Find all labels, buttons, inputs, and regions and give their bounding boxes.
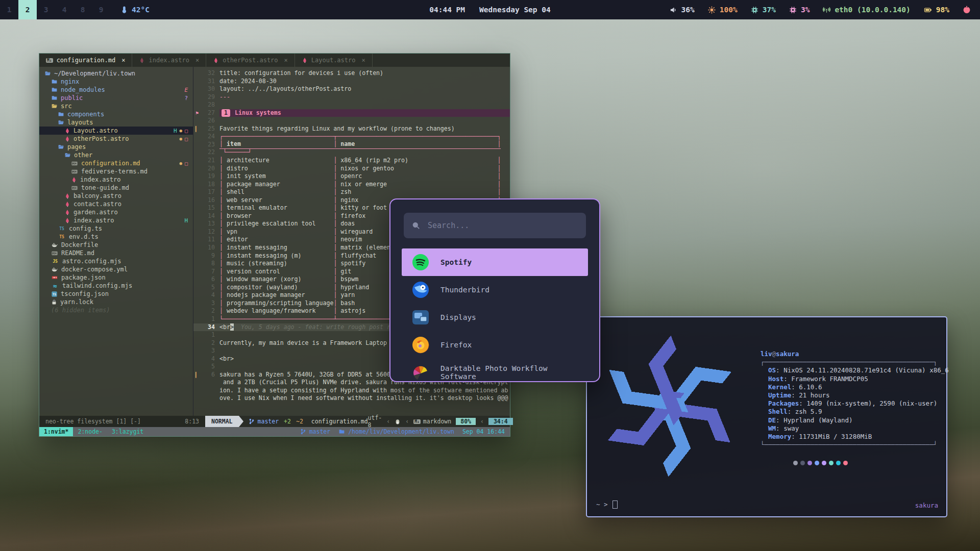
close-tab-icon[interactable]: × xyxy=(121,57,125,64)
palette-dot-6 xyxy=(836,461,841,465)
tree-item-configuration.md[interactable]: configuration.md●□ xyxy=(39,159,193,167)
tree-item-index.astro[interactable]: index.astro xyxy=(39,176,193,184)
tree-item-Dockerfile[interactable]: Dockerfile xyxy=(39,241,193,249)
tree-item-label: package.json xyxy=(61,274,106,281)
workspace-button-2[interactable]: 2 xyxy=(18,0,37,19)
md-icon xyxy=(71,185,78,191)
tree-item-tone-guide.md[interactable]: tone-guide.md xyxy=(39,184,193,192)
tree-item-otherPost.astro[interactable]: otherPost.astro●□ xyxy=(39,135,193,143)
tab-label: Layout.astro xyxy=(311,57,356,64)
tmux-session-3:lazygit[interactable]: 3:lazygit xyxy=(107,427,148,436)
tree-item-index.astro[interactable]: index.astroH xyxy=(39,216,193,224)
tab-index.astro[interactable]: index.astro× xyxy=(132,54,206,67)
tree-item-label: pages xyxy=(67,143,86,151)
search-input[interactable] xyxy=(427,220,578,231)
line-number: 8 xyxy=(201,260,219,268)
markdown-heading-line: ⚑271Linux systems xyxy=(193,109,510,117)
neotree-status-label: neo-tree filesystem [1] [-] xyxy=(45,418,141,425)
tab-label: index.astro xyxy=(149,57,189,64)
tree-item-docker-compose.yml[interactable]: docker-compose.yml xyxy=(39,265,193,273)
tree-item-layouts[interactable]: layouts xyxy=(39,118,193,127)
tree-item-pages[interactable]: pages xyxy=(39,143,193,151)
line-number: 31 xyxy=(201,78,219,86)
line-content: │ architecture │ x86_64 (rip m2 pro) │ xyxy=(219,157,501,165)
cpu-widget[interactable]: 37% xyxy=(751,6,776,14)
tmux-session-2:node-[interactable]: 2:node- xyxy=(73,427,107,436)
clock[interactable]: 04:44 PM Wednesday Sep 04 xyxy=(429,6,551,14)
workspace-button-8[interactable]: 8 xyxy=(74,0,92,19)
launcher-search-box[interactable] xyxy=(404,213,586,238)
launcher-item-Spotify[interactable]: Spotify xyxy=(402,248,588,276)
launcher-item-Firefox[interactable]: Firefox xyxy=(402,331,588,359)
tree-item-public[interactable]: public? xyxy=(39,94,193,102)
mode-indicator: NORMAL xyxy=(205,416,239,427)
tree-item-src[interactable]: src xyxy=(39,102,193,110)
tree-item-yarn.lock[interactable]: yarn.lock xyxy=(39,298,193,306)
tree-item-astro.config.mjs[interactable]: JSastro.config.mjs xyxy=(39,257,193,265)
tab-Layout.astro[interactable]: Layout.astro× xyxy=(295,54,373,67)
status-mark-dot: ● xyxy=(180,136,182,141)
tree-item-Layout.astro[interactable]: Layout.astroH●□ xyxy=(39,127,193,135)
tree-item-balcony.astro[interactable]: balcony.astro xyxy=(39,192,193,200)
firefox-icon xyxy=(412,336,429,354)
network-widget[interactable]: eth0 (10.0.0.140) xyxy=(823,6,910,14)
tree-item-~/Development/liv.town[interactable]: ~/Development/liv.town xyxy=(39,69,193,78)
tree-item-node_modules[interactable]: node_modulesE xyxy=(39,86,193,94)
close-tab-icon[interactable]: × xyxy=(195,57,199,64)
launcher-item-label: Firefox xyxy=(440,341,472,349)
workspace-button-1[interactable]: 1 xyxy=(0,0,18,19)
status-mark-sq: □ xyxy=(185,128,188,134)
tree-item-README.md[interactable]: README.md xyxy=(39,249,193,257)
tree-item-config.ts[interactable]: TSconfig.ts xyxy=(39,224,193,233)
tree-item-contact.astro[interactable]: contact.astro xyxy=(39,200,193,208)
tab-configuration.md[interactable]: M↓configuration.md× xyxy=(39,54,132,67)
launcher-item-Thunderbird[interactable]: Thunderbird xyxy=(402,276,588,304)
launcher-item-Darktable Photo Workflow Software[interactable]: Darktable Photo Workflow Software xyxy=(402,359,588,382)
tree-item-env.d.ts[interactable]: TSenv.d.ts xyxy=(39,233,193,241)
volume-widget[interactable]: 36% xyxy=(670,6,695,14)
gpu-widget[interactable]: 3% xyxy=(789,6,810,14)
neotree-status-right: 8:13 xyxy=(185,418,199,425)
tree-item-fediverse-terms.md[interactable]: fediverse-terms.md xyxy=(39,167,193,176)
tree-item-package.json[interactable]: package.json xyxy=(39,273,193,282)
scroll-percent: 80% xyxy=(456,418,476,425)
info-row-OS: OS: NixOS 24.11.20240828.71e91c4 (Vicuna… xyxy=(761,366,946,374)
launcher-item-Displays[interactable]: Displays xyxy=(402,304,588,331)
close-tab-icon[interactable]: × xyxy=(284,57,288,64)
line-number: 14 xyxy=(201,212,219,220)
tree-item-components[interactable]: components xyxy=(39,110,193,118)
power-widget[interactable] xyxy=(963,6,971,14)
tab-label: configuration.md xyxy=(57,57,116,64)
workspace-button-4[interactable]: 4 xyxy=(55,0,74,19)
info-row-Packages: Packages: 1409 (nix-system), 2590 (nix-u… xyxy=(761,399,946,408)
gpu-value: 3% xyxy=(801,6,810,14)
tree-item-tsconfig.json[interactable]: TStsconfig.json xyxy=(39,290,193,298)
shell-prompt[interactable]: ~ > xyxy=(596,500,618,509)
heading-text: Linux systems xyxy=(235,109,281,116)
tree-item-label: public xyxy=(61,94,83,102)
workspace-button-3[interactable]: 3 xyxy=(37,0,55,19)
tree-item-label: configuration.md xyxy=(81,160,140,167)
close-tab-icon[interactable]: × xyxy=(362,57,365,64)
tab-otherPost.astro[interactable]: otherPost.astro× xyxy=(206,54,295,67)
linux-penguin-icon xyxy=(395,418,401,425)
battery-widget[interactable]: 98% xyxy=(924,6,949,14)
line-number: 21 xyxy=(201,157,219,165)
tree-item-(6 hidden items)[interactable]: (6 hidden items) xyxy=(39,306,193,314)
workspace-button-9[interactable]: 9 xyxy=(92,0,110,19)
brightness-widget[interactable]: 100% xyxy=(708,6,738,14)
status-modules: 36%100%37%3%eth0 (10.0.0.140)98% xyxy=(670,6,980,14)
tree-item-other[interactable]: other xyxy=(39,151,193,159)
tree-item-garden.astro[interactable]: garden.astro xyxy=(39,208,193,216)
tmux-session-1:nvim*[interactable]: 1:nvim* xyxy=(39,427,73,436)
temperature-widget[interactable]: 42°C xyxy=(120,6,150,14)
statusline: neo-tree filesystem [1] [-] 8:13 NORMAL … xyxy=(39,416,510,427)
gpu-icon xyxy=(789,6,797,14)
fetch-terminal-window[interactable]: liv@sakura┌─────────────────────────────… xyxy=(586,316,947,517)
info-row-Memory: Memory: 11731MiB / 31280MiB xyxy=(761,433,946,441)
tree-item-nginx[interactable]: nginx xyxy=(39,78,193,86)
cpu-value: 37% xyxy=(763,6,776,14)
tree-item-label: tone-guide.md xyxy=(81,184,129,191)
line-number: 25 xyxy=(201,125,219,133)
tree-item-tailwind.config.mjs[interactable]: ≈tailwind.config.mjs xyxy=(39,282,193,290)
